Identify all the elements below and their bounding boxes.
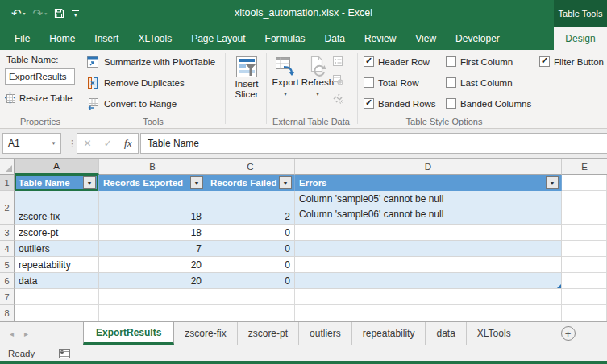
tab-data[interactable]: Data — [315, 27, 355, 50]
column-header-b[interactable]: B — [99, 159, 206, 175]
cell-C6[interactable]: 0 — [206, 273, 295, 289]
sheet-tab-repeatability[interactable]: repeatability — [352, 322, 426, 345]
cell-D3[interactable] — [295, 225, 562, 241]
cell-C3[interactable]: 0 — [206, 225, 295, 241]
sheet-tab-zscore-fix[interactable]: zscore-fix — [174, 322, 237, 345]
tab-file[interactable]: File — [5, 27, 39, 50]
cell-B1[interactable]: Records Exported ▼ — [99, 175, 206, 191]
cell-E4[interactable] — [562, 241, 607, 257]
cell-B4[interactable]: 7 — [99, 241, 206, 257]
cell-E6[interactable] — [562, 273, 607, 289]
row-header-6[interactable]: 6 — [0, 273, 15, 289]
cell-A4[interactable]: outliers — [15, 241, 99, 257]
cell-D5[interactable] — [295, 257, 562, 273]
cell-B3[interactable]: 18 — [99, 225, 206, 241]
column-header-e[interactable]: E — [562, 159, 607, 175]
undo-dropdown-icon[interactable]: ▾ — [23, 11, 26, 16]
sheet-tab-xltools[interactable]: XLTools — [467, 322, 522, 345]
banded-rows-checkbox-icon[interactable] — [364, 98, 374, 109]
row-header-3[interactable]: 3 — [0, 225, 15, 241]
first-column-checkbox-icon[interactable] — [446, 56, 456, 67]
insert-slicer-button[interactable]: Insert Slicer — [228, 55, 265, 100]
prev-sheet-icon[interactable]: ◂ — [10, 329, 14, 338]
column-header-d[interactable]: D — [295, 159, 562, 175]
new-sheet-button[interactable]: + — [561, 326, 576, 341]
cell-C8[interactable] — [206, 305, 295, 321]
checkbox-last-column[interactable]: Last Column — [446, 77, 513, 88]
checkbox-first-column[interactable]: First Column — [446, 56, 513, 67]
cell-A2[interactable]: zscore-fix — [15, 191, 99, 225]
cell-A1[interactable]: Table Name ▼ — [15, 175, 99, 191]
tab-review[interactable]: Review — [355, 27, 405, 50]
name-box-dropdown-icon[interactable]: ▾ — [47, 134, 60, 153]
checkbox-total-row[interactable]: Total Row — [364, 77, 419, 88]
tab-insert[interactable]: Insert — [85, 27, 128, 50]
select-all-button[interactable] — [0, 159, 15, 175]
filter-button-checkbox-icon[interactable] — [539, 56, 550, 67]
cell-E2[interactable] — [562, 191, 607, 225]
undo-button[interactable]: ↶ ▾ — [11, 7, 26, 19]
export-button[interactable]: Export ▾ — [269, 55, 301, 100]
cell-D8[interactable] — [295, 305, 562, 321]
cell-E5[interactable] — [562, 257, 607, 273]
cell-A3[interactable]: zscore-pt — [15, 225, 99, 241]
insert-function-icon[interactable]: fx — [124, 137, 131, 150]
checkbox-banded-rows[interactable]: Banded Rows — [364, 98, 436, 109]
customize-quick-access-button[interactable]: ▾ — [72, 10, 79, 18]
cell-C5[interactable]: 0 — [206, 257, 295, 273]
banded-columns-checkbox-icon[interactable] — [446, 98, 456, 109]
summarize-with-pivottable-button[interactable]: Summarize with PivotTable — [86, 56, 215, 68]
row-header-1[interactable]: 1 — [0, 175, 15, 191]
row-header-5[interactable]: 5 — [0, 257, 15, 273]
column-header-c[interactable]: C — [206, 159, 295, 175]
filter-dropdown-icon[interactable]: ▼ — [546, 176, 559, 189]
header-row-checkbox-icon[interactable] — [364, 56, 374, 67]
cell-D6[interactable] — [295, 273, 562, 289]
cell-A6[interactable]: data — [15, 273, 99, 289]
macro-record-icon[interactable] — [59, 349, 70, 358]
formula-input[interactable]: Table Name — [140, 133, 607, 154]
total-row-checkbox-icon[interactable] — [364, 77, 374, 88]
checkbox-filter-button[interactable]: Filter Button — [539, 56, 604, 67]
cell-B7[interactable] — [99, 289, 206, 305]
cell-E1[interactable] — [562, 175, 607, 191]
sheet-tab-exportresults[interactable]: ExportResults — [83, 322, 174, 345]
cell-C1[interactable]: Records Failed ▼ — [206, 175, 295, 191]
cell-D2[interactable]: Column 'sample05' cannot be null Column … — [295, 191, 562, 225]
tab-developer[interactable]: Developer — [446, 27, 509, 50]
cell-D7[interactable] — [295, 289, 562, 305]
save-button[interactable] — [54, 8, 64, 19]
filter-dropdown-icon[interactable]: ▼ — [83, 176, 96, 189]
cell-C4[interactable]: 0 — [206, 241, 295, 257]
last-column-checkbox-icon[interactable] — [446, 77, 456, 88]
cell-B8[interactable] — [99, 305, 206, 321]
row-header-7[interactable]: 7 — [0, 289, 15, 305]
sheet-tab-zscore-pt[interactable]: zscore-pt — [238, 322, 299, 345]
tab-xltools[interactable]: XLTools — [128, 27, 181, 50]
sheet-tab-data[interactable]: data — [426, 322, 466, 345]
convert-to-range-button[interactable]: Convert to Range — [86, 97, 177, 110]
cell-B5[interactable]: 20 — [99, 257, 206, 273]
checkbox-header-row[interactable]: Header Row — [364, 56, 430, 67]
cell-D4[interactable] — [295, 241, 562, 257]
remove-duplicates-button[interactable]: Remove Duplicates — [86, 77, 185, 89]
tab-formulas[interactable]: Formulas — [256, 27, 315, 50]
filter-dropdown-icon[interactable]: ▼ — [190, 176, 203, 189]
column-header-a[interactable]: A — [15, 159, 99, 175]
cell-B6[interactable]: 20 — [99, 273, 206, 289]
refresh-button[interactable]: Refresh ▾ — [300, 55, 335, 100]
cell-A7[interactable] — [15, 289, 99, 305]
cell-E7[interactable] — [562, 289, 607, 305]
cell-A8[interactable] — [15, 305, 99, 321]
tab-design[interactable]: Design — [554, 27, 607, 50]
sheet-tab-outliers[interactable]: outliers — [299, 322, 352, 345]
tab-page-layout[interactable]: Page Layout — [181, 27, 255, 50]
resize-table-button[interactable]: Resize Table — [4, 92, 73, 104]
cell-A5[interactable]: repeatability — [15, 257, 99, 273]
export-dropdown-icon[interactable]: ▾ — [284, 89, 286, 100]
cell-E8[interactable] — [562, 305, 607, 321]
cell-C2[interactable]: 2 — [206, 191, 295, 225]
redo-button[interactable]: ↷ ▾ — [33, 7, 48, 19]
tab-home[interactable]: Home — [39, 27, 85, 50]
cell-D1[interactable]: Errors ▼ — [295, 175, 562, 191]
